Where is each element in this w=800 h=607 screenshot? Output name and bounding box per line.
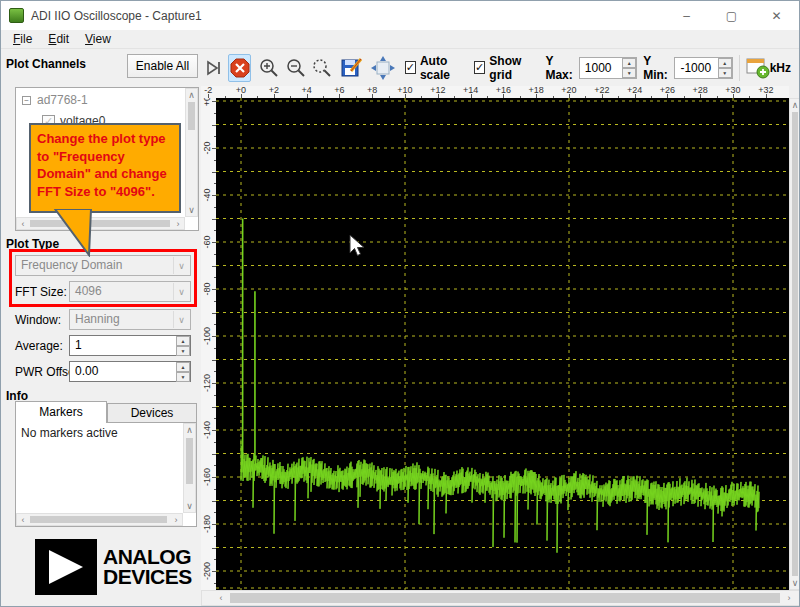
save-icon [341,57,363,79]
pwr-offset-spinner[interactable]: 0.00 ▲ ▼ [69,361,191,382]
y-min-label: Y Min: [643,54,671,82]
title-bar: ADI IIO Oscilloscope - Capture1 – ▢ ✕ [1,1,799,30]
plot-vscroll-thumb[interactable] [792,112,798,576]
show-grid-control[interactable]: ✓ Show grid [474,54,533,82]
save-plot-button[interactable] [341,57,363,79]
plot-toolbar: ✓ Auto scale ✓ Show grid Y Max: 1000 ▲ ▼… [201,49,800,86]
window-controls: – ▢ ✕ [664,1,799,30]
tree-vscroll-thumb[interactable] [188,102,195,130]
scroll-down-icon[interactable]: ∨ [184,500,195,512]
scroll-up-icon[interactable]: ∧ [186,89,197,101]
y-max-spin-buttons[interactable]: ▲ ▼ [622,58,636,78]
spin-down-icon[interactable]: ▼ [176,372,190,382]
spin-down-icon[interactable]: ▼ [622,68,636,78]
y-max-label: Y Max: [545,54,575,82]
zoom-fit-button[interactable] [312,58,333,78]
window-title: ADI IIO Oscilloscope - Capture1 [31,9,202,23]
pwr-offset-spin-buttons[interactable]: ▲ ▼ [176,362,190,381]
chevron-down-icon: ∨ [173,311,189,328]
window-label: Window: [15,313,61,327]
move-plot-button[interactable] [371,56,395,80]
spin-down-icon[interactable]: ▼ [176,346,190,356]
plot-vscrollbar[interactable]: ∧ ∨ [789,98,800,590]
y-max-spinner[interactable]: 1000 ▲ ▼ [579,57,637,79]
zoom-out-icon [286,58,306,78]
average-label: Average: [15,339,63,353]
zoom-out-button[interactable] [285,58,306,78]
scroll-up-icon[interactable]: ∧ [790,99,800,111]
spin-down-icon[interactable]: ▼ [718,68,732,78]
markers-info-box[interactable]: No markers active ∧ ∨ ‹ › [15,422,197,527]
scroll-left-icon[interactable]: ‹ [17,218,29,230]
scroll-up-icon[interactable]: ∧ [184,424,195,436]
menu-edit[interactable]: Edit [40,32,77,46]
show-grid-checkbox[interactable]: ✓ [474,61,485,74]
spin-up-icon[interactable]: ▲ [176,362,190,372]
y-min-spin-buttons[interactable]: ▲ ▼ [718,58,732,78]
stop-capture-button[interactable] [228,54,251,82]
markers-hscroll-thumb[interactable] [30,516,167,523]
close-button[interactable]: ✕ [754,1,799,30]
scroll-left-icon[interactable]: ‹ [17,514,29,526]
tree-hscrollbar[interactable]: ‹ › [16,217,185,230]
average-spin-buttons[interactable]: ▲ ▼ [176,336,190,355]
tab-markers[interactable]: Markers [15,401,107,423]
enable-all-button[interactable]: Enable All [127,54,198,78]
plot-channels-label: Plot Channels [6,57,86,71]
mouse-cursor-icon [349,234,367,258]
scroll-right-icon[interactable]: › [172,218,184,230]
auto-scale-control[interactable]: ✓ Auto scale [405,54,466,82]
device-name: ad7768-1 [37,93,88,107]
analog-devices-logo-icon [35,539,97,595]
fft-plot-canvas[interactable] [216,98,789,590]
menu-bar: File Edit View [1,30,799,49]
annotation-callout-tail [49,209,97,257]
spin-up-icon[interactable]: ▲ [622,58,636,68]
auto-scale-checkbox[interactable]: ✓ [405,61,416,74]
x-axis-ruler: -2+0+2+4+6+8+10+12+14+16+18+20+22+24+26+… [201,86,789,98]
spin-up-icon[interactable]: ▲ [176,336,190,346]
minimize-button[interactable]: – [664,1,709,30]
maximize-icon: ▢ [726,9,737,23]
markers-hscrollbar[interactable]: ‹ › [16,513,183,526]
close-icon: ✕ [771,9,781,23]
tree-vscrollbar[interactable]: ∧ ∨ [185,88,198,217]
tab-devices[interactable]: Devices [107,403,197,423]
spin-up-icon[interactable]: ▲ [718,58,732,68]
zoom-in-button[interactable] [259,58,280,78]
scroll-right-icon[interactable]: › [170,514,182,526]
zoom-fit-icon [312,58,332,78]
move-icon [371,56,395,80]
plot-hscroll-thumb[interactable] [230,593,780,603]
new-plot-button[interactable] [746,57,770,79]
app-icon [9,8,24,23]
y-min-value: -1000 [680,61,711,75]
pwr-offset-value: 0.00 [75,364,98,378]
average-spinner[interactable]: 1 ▲ ▼ [69,335,191,356]
scroll-down-icon[interactable]: ∨ [186,204,197,216]
menu-view[interactable]: View [77,32,119,46]
tree-device-row[interactable]: − ad7768-1 [22,93,88,107]
markers-vscrollbar[interactable]: ∧ ∨ [183,423,196,513]
adi-triangle-icon [35,539,97,595]
scroll-right-icon[interactable]: › [782,591,796,606]
y-min-spinner[interactable]: -1000 ▲ ▼ [674,57,732,79]
window-select[interactable]: Hanning ∨ [69,309,191,330]
y-axis-ruler: +0-20-40-60-80-100-120-140-160-180-200 [201,98,216,590]
capture-toggle-button[interactable] [205,60,222,76]
scroll-down-icon[interactable]: ∨ [790,577,800,589]
markers-vscroll-thumb[interactable] [186,438,193,484]
menu-file[interactable]: File [5,32,40,46]
frequency-unit-label: kHz [770,61,791,75]
show-grid-label: Show grid [489,54,533,82]
zoom-in-icon [259,58,279,78]
logo-line1: ANALOG [103,547,192,567]
maximize-button[interactable]: ▢ [709,1,754,30]
tree-collapse-icon[interactable]: − [22,96,31,105]
plot-hscrollbar[interactable]: ‹ › [201,590,800,606]
scroll-left-icon[interactable]: ‹ [214,591,228,606]
average-value: 1 [75,338,82,352]
main-area: Plot Channels Enable All − ad7768-1 ✓ vo… [1,49,799,606]
analog-devices-logo-text: ANALOG DEVICES [103,547,192,587]
annotation-callout: Change the plot type to "Frequency Domai… [29,123,181,213]
